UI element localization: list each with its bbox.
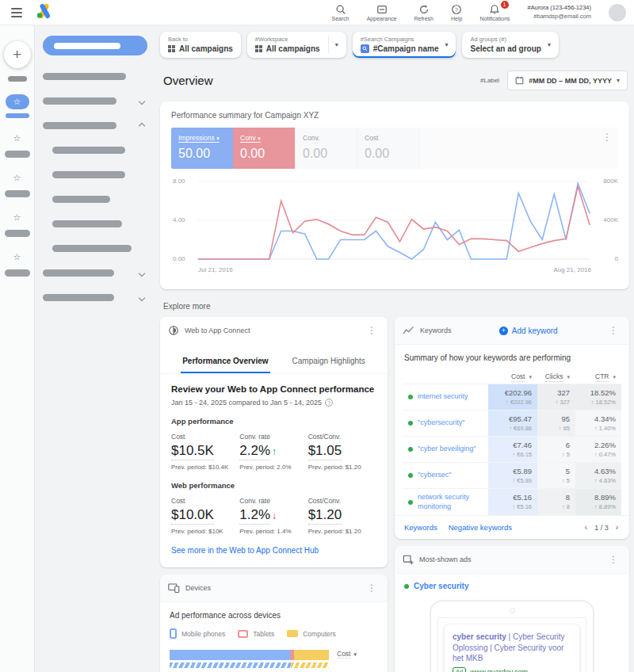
sidebar-item-collapsible[interactable] <box>43 294 147 301</box>
stat-cost-conv: Cost/Conv. $1.20 Prev. period: $1.20 <box>308 497 376 535</box>
sidebar-item-collapsible[interactable] <box>43 269 147 277</box>
column-header-ctr[interactable]: CTR▾ <box>575 368 621 384</box>
web-performance-title: Web performance <box>171 481 376 490</box>
rail-placeholder <box>5 269 30 277</box>
status-dot <box>408 395 413 399</box>
campaign-selector-chip[interactable]: #Search Campaigns #Campaign name ▾ <box>353 32 456 58</box>
column-header-cost[interactable]: Cost▾ <box>488 368 537 384</box>
date-range-picker[interactable]: #MM DD – MM DD, YYYY ▾ <box>507 71 628 90</box>
sidebar-subitem[interactable] <box>52 171 147 178</box>
sidebar-item-active[interactable] <box>43 36 147 55</box>
web-performance-stats: Cost $10.0K Prev. period: $10K Conv. rat… <box>171 497 376 535</box>
favorite-item-active[interactable]: ☆ <box>6 94 29 118</box>
w2a-period: Jan 15 - 24, 2025 compared to Jan 5 - 14… <box>171 399 376 407</box>
favorite-item[interactable]: ☆ <box>5 210 30 237</box>
keywords-tab-link[interactable]: Keywords <box>404 523 437 532</box>
x-axis-start-label: Jul 21, 2016 <box>198 266 233 273</box>
rail-placeholder <box>8 76 27 82</box>
help-button[interactable]: ? Help <box>451 4 462 21</box>
tab-campaign-highlights[interactable]: Campaign Highlights <box>291 352 367 373</box>
search-button[interactable]: Search <box>332 4 349 21</box>
create-button[interactable]: + <box>4 41 31 68</box>
refresh-button[interactable]: Refresh <box>414 4 433 21</box>
card-options-kebab-icon[interactable]: ⋮ <box>605 324 621 337</box>
bar-metric-dropdown[interactable]: Cost▾ <box>337 650 378 659</box>
date-range-value: #MM DD – MM DD, YYYY <box>529 77 612 85</box>
back-to-all-campaigns-chip[interactable]: Back to All campaigns <box>160 32 241 58</box>
keyword-link[interactable]: internet security <box>418 392 468 402</box>
performance-summary-title: Performance summary for Campaign XYZ <box>171 111 618 120</box>
google-ads-logo <box>35 3 54 22</box>
svg-text:?: ? <box>455 6 458 12</box>
ad-group-link[interactable]: Cyber security <box>404 582 620 590</box>
negative-keywords-tab-link[interactable]: Negative keywords <box>449 523 512 532</box>
keyword-link[interactable]: "cybersecurity" <box>418 418 464 428</box>
page-next-icon[interactable]: › <box>614 523 620 532</box>
dropdown-caret-icon[interactable]: ▾ <box>548 41 551 48</box>
dropdown-caret-icon[interactable]: ▾ <box>335 41 338 48</box>
page-previous-icon[interactable]: ‹ <box>583 523 589 532</box>
sidebar-item-collapsible[interactable] <box>43 97 147 105</box>
appearance-button[interactable]: Appearance <box>367 4 397 21</box>
metric-cell-impressions[interactable]: Impressions ▾ 50.00 <box>171 128 233 169</box>
tab-performance-overview[interactable]: Performance Overview <box>181 352 269 373</box>
ad-group-selector-chip[interactable]: Ad groups (#) Select an ad group ▾ <box>462 32 558 58</box>
app-performance-title: App performance <box>171 417 376 426</box>
phone-screen: cyber security | Cyber Security Oplossin… <box>437 617 586 672</box>
rail-placeholder <box>5 151 30 158</box>
keyword-link[interactable]: network security monitoring <box>418 493 483 511</box>
stat-cost: Cost $10.5K Prev. period: $10.4K <box>171 433 239 471</box>
account-info: #Aurora (123-456-1234) #bamdsp@email.com <box>528 4 591 20</box>
devices-legend: Mobile phones Tablets Computers <box>170 628 378 639</box>
workspace-selector-chip[interactable]: #Workspace All campaigns ▾ <box>247 32 346 58</box>
sidebar-subitem[interactable] <box>52 196 147 203</box>
avatar[interactable] <box>609 4 626 21</box>
add-keyword-button[interactable]: +Add keyword <box>499 326 558 335</box>
help-circle-icon[interactable]: ? <box>325 399 333 407</box>
grid-icon <box>255 45 262 52</box>
up-arrow-icon: ↑ <box>272 446 277 457</box>
sidebar-subitem[interactable] <box>52 220 147 227</box>
ad-headline[interactable]: cyber security | Cyber Security Oplossin… <box>453 632 571 664</box>
metric-value: 50.00 <box>178 147 226 161</box>
column-header-clicks[interactable]: Clicks▾ <box>537 368 575 384</box>
ctr-cell: 18.52%↑ 18.52% <box>575 384 621 410</box>
card-options-kebab-icon[interactable]: ⋮ <box>364 582 380 594</box>
status-dot <box>408 500 413 505</box>
page-indicator: 1 / 3 <box>594 524 609 532</box>
performance-line-chart: 8.00 4.00 0.00 800K 400K 0 Jul 21, 2016 … <box>171 177 618 281</box>
stat-conv-rate: Conv. rate 2.2%↑ Prev. period: 2.0% <box>239 433 307 471</box>
keyword-row: "cyber beveiliging" €7.46↑ €6.15 6↑ 5 2.… <box>403 436 621 462</box>
favorite-item[interactable]: ☆ <box>5 170 30 197</box>
search-icon <box>335 4 346 15</box>
metric-cell-conv[interactable]: Conv ▾ 0.00 <box>233 128 295 169</box>
label-tag: #Label <box>480 77 499 84</box>
card-options-kebab-icon[interactable]: ⋮ <box>364 324 380 337</box>
metric-cell-conv2[interactable]: Conv. 0.00 <box>295 128 357 169</box>
menu-icon[interactable] <box>10 6 24 19</box>
favorite-item[interactable]: ☆ <box>5 250 30 277</box>
device-stacked-bar <box>170 650 329 660</box>
notifications-button[interactable]: 1 Notifications <box>479 4 510 21</box>
down-arrow-icon: ↓ <box>272 510 277 521</box>
app-performance-stats: Cost $10.5K Prev. period: $10.4K Conv. r… <box>171 433 376 471</box>
sidebar-subitem[interactable] <box>52 147 147 154</box>
account-email: #bamdsp@email.com <box>528 13 591 21</box>
chip-label: All campaigns <box>266 44 320 53</box>
sidebar-subitem[interactable] <box>52 245 147 252</box>
explore-more-title: Explore more <box>163 302 628 311</box>
dropdown-caret-icon[interactable]: ▾ <box>445 41 448 48</box>
card-options-kebab-icon[interactable]: ⋮ <box>605 553 621 566</box>
page-header: Overview #Label #MM DD – MM DD, YYYY ▾ <box>163 71 628 90</box>
sidebar-nav <box>35 25 154 672</box>
metric-value: 0.00 <box>365 147 411 161</box>
keyword-link[interactable]: "cybersec" <box>418 471 451 480</box>
metric-cell-cost[interactable]: Cost 0.00 <box>357 128 418 169</box>
chart-options-kebab-icon[interactable]: ⋮ <box>599 131 615 143</box>
keyword-link[interactable]: "cyber beveiliging" <box>418 445 476 454</box>
sidebar-item[interactable] <box>43 73 147 80</box>
w2a-hub-link[interactable]: See more in the Web to App Connect Hub <box>171 546 319 555</box>
keywords-footer: Keywords Negative keywords ‹ 1 / 3 › <box>395 515 629 539</box>
favorite-item[interactable]: ☆ <box>5 131 30 158</box>
sidebar-item-expanded[interactable] <box>43 122 147 129</box>
